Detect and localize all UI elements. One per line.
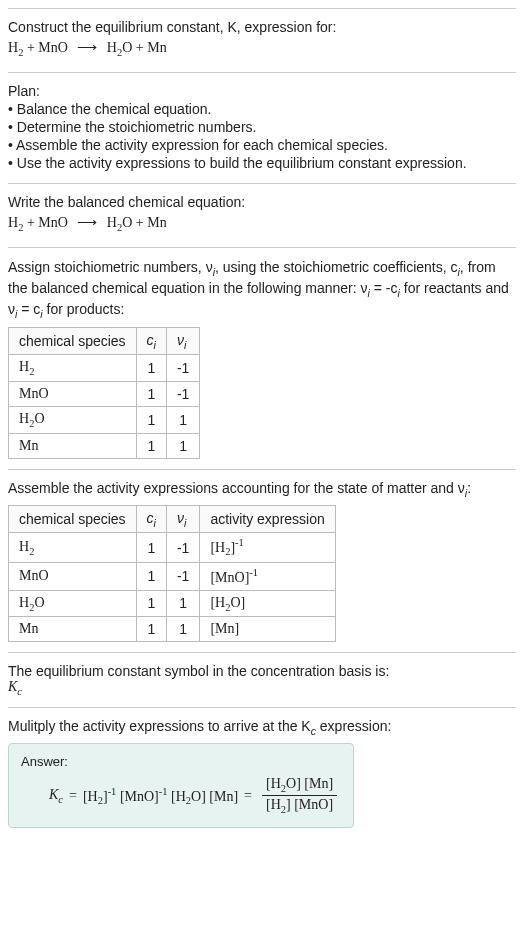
- prompt-text: Construct the equilibrium constant, K, e…: [8, 19, 516, 35]
- vi-cell: -1: [166, 382, 199, 407]
- vi-cell: -1: [166, 562, 199, 590]
- multiply-section: Mulitply the activity expressions to arr…: [8, 707, 516, 838]
- plan-item: Balance the chemical equation.: [8, 101, 516, 117]
- stoich-paragraph: Assign stoichiometric numbers, νi, using…: [8, 258, 516, 321]
- col-ci: ci: [136, 505, 166, 533]
- arrow-icon: ⟶: [77, 215, 97, 230]
- species-cell: MnO: [9, 562, 137, 590]
- ci-cell: 1: [136, 617, 166, 642]
- col-species: chemical species: [9, 505, 137, 533]
- plan-list: Balance the chemical equation. Determine…: [8, 101, 516, 171]
- vi-cell: -1: [166, 533, 199, 562]
- product-1: H2O: [107, 40, 133, 55]
- plus-1: +: [23, 40, 38, 55]
- answer-box: Answer: Kc = [H2]-1 [MnO]-1 [H2O] [Mn] =…: [8, 743, 354, 828]
- vi-cell: 1: [166, 407, 199, 434]
- product-2: Mn: [147, 215, 166, 230]
- symbol-label: The equilibrium constant symbol in the c…: [8, 663, 516, 679]
- activity-table: chemical species ci νi activity expressi…: [8, 505, 336, 643]
- table-header-row: chemical species ci νi activity expressi…: [9, 505, 336, 533]
- kc-symbol: Kc: [8, 679, 516, 697]
- plus-2: +: [132, 40, 147, 55]
- fraction-denominator: [H2] [MnO]: [262, 796, 337, 816]
- plan-section: Plan: Balance the chemical equation. Det…: [8, 72, 516, 183]
- expr-cell: [H2O]: [200, 590, 335, 617]
- table-row: Mn 1 1 [Mn]: [9, 617, 336, 642]
- answer-label: Answer:: [21, 754, 341, 769]
- ci-cell: 1: [136, 433, 166, 458]
- species-cell: MnO: [9, 382, 137, 407]
- activity-label: Assemble the activity expressions accoun…: [8, 480, 516, 499]
- balanced-section: Write the balanced chemical equation: H2…: [8, 183, 516, 247]
- species-cell: Mn: [9, 617, 137, 642]
- activity-section: Assemble the activity expressions accoun…: [8, 469, 516, 653]
- species-cell: H2: [9, 533, 137, 562]
- ci-cell: 1: [136, 533, 166, 562]
- kc-rhs-product: [H2]-1 [MnO]-1 [H2O] [Mn]: [83, 786, 238, 806]
- unbalanced-equation: H2 + MnO ⟶ H2O + Mn: [8, 39, 516, 58]
- fraction-numerator: [H2O] [Mn]: [262, 775, 337, 796]
- col-expr: activity expression: [200, 505, 335, 533]
- balanced-label: Write the balanced chemical equation:: [8, 194, 516, 210]
- ci-cell: 1: [136, 562, 166, 590]
- plan-item: Assemble the activity expression for eac…: [8, 137, 516, 153]
- col-vi: νi: [166, 327, 199, 355]
- vi-cell: 1: [166, 590, 199, 617]
- plus-2: +: [132, 215, 147, 230]
- product-2: Mn: [147, 40, 166, 55]
- multiply-label: Mulitply the activity expressions to arr…: [8, 718, 516, 737]
- table-row: H2 1 -1 [H2]-1: [9, 533, 336, 562]
- plan-item: Determine the stoichiometric numbers.: [8, 119, 516, 135]
- vi-cell: 1: [166, 433, 199, 458]
- reactant-2: MnO: [38, 215, 68, 230]
- plan-label: Plan:: [8, 83, 516, 99]
- expr-cell: [Mn]: [200, 617, 335, 642]
- table-row: MnO 1 -1: [9, 382, 200, 407]
- plus-1: +: [23, 215, 38, 230]
- equals-2: =: [244, 788, 252, 804]
- kc-lhs: Kc: [49, 787, 63, 805]
- vi-cell: -1: [166, 355, 199, 382]
- prompt-section: Construct the equilibrium constant, K, e…: [8, 8, 516, 72]
- table-row: H2 1 -1: [9, 355, 200, 382]
- expr-cell: [MnO]-1: [200, 562, 335, 590]
- col-vi: νi: [166, 505, 199, 533]
- plan-item: Use the activity expressions to build th…: [8, 155, 516, 171]
- reactant-1: H2: [8, 215, 23, 230]
- reactant-1: H2: [8, 40, 23, 55]
- arrow-icon: ⟶: [77, 40, 97, 55]
- species-cell: H2O: [9, 590, 137, 617]
- ci-cell: 1: [136, 355, 166, 382]
- col-species: chemical species: [9, 327, 137, 355]
- ci-cell: 1: [136, 407, 166, 434]
- ci-cell: 1: [136, 590, 166, 617]
- product-1: H2O: [107, 215, 133, 230]
- ci-cell: 1: [136, 382, 166, 407]
- table-row: H2O 1 1: [9, 407, 200, 434]
- table-header-row: chemical species ci νi: [9, 327, 200, 355]
- table-row: MnO 1 -1 [MnO]-1: [9, 562, 336, 590]
- stoichiometric-section: Assign stoichiometric numbers, νi, using…: [8, 247, 516, 469]
- table-row: H2O 1 1 [H2O]: [9, 590, 336, 617]
- symbol-section: The equilibrium constant symbol in the c…: [8, 652, 516, 707]
- balanced-equation: H2 + MnO ⟶ H2O + Mn: [8, 214, 516, 233]
- species-cell: H2O: [9, 407, 137, 434]
- expr-cell: [H2]-1: [200, 533, 335, 562]
- equals-1: =: [69, 788, 77, 804]
- species-cell: H2: [9, 355, 137, 382]
- reactant-2: MnO: [38, 40, 68, 55]
- stoich-table: chemical species ci νi H2 1 -1 MnO 1 -1 …: [8, 327, 200, 459]
- kc-expression: Kc = [H2]-1 [MnO]-1 [H2O] [Mn] = [H2O] […: [21, 775, 341, 817]
- vi-cell: 1: [166, 617, 199, 642]
- species-cell: Mn: [9, 433, 137, 458]
- table-row: Mn 1 1: [9, 433, 200, 458]
- kc-fraction: [H2O] [Mn] [H2] [MnO]: [262, 775, 337, 817]
- col-ci: ci: [136, 327, 166, 355]
